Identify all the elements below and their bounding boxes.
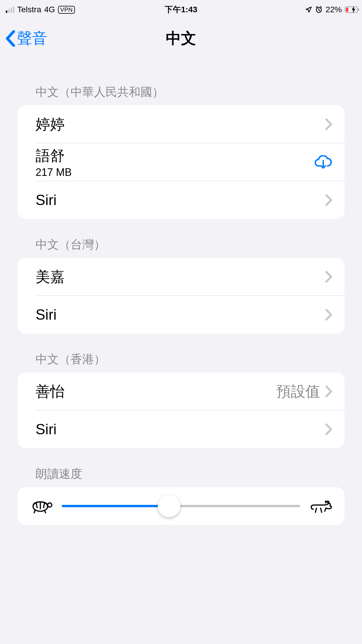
voice-row-yushu[interactable]: 語舒 217 MB (17, 143, 345, 181)
speed-slider[interactable] (62, 505, 300, 507)
tortoise-icon (30, 499, 53, 513)
clock: 下午1:43 (165, 4, 197, 15)
voice-group-prc: 婷婷 語舒 217 MB Siri (17, 105, 345, 219)
chevron-right-icon (325, 386, 332, 397)
vpn-badge: VPN (58, 6, 75, 14)
navigation-bar: 聲音 中文 (0, 19, 362, 58)
section-header-hk: 中文（香港） (17, 334, 345, 372)
battery-percent: 22% (326, 5, 342, 14)
chevron-right-icon (325, 424, 332, 435)
voice-name: Siri (36, 306, 57, 323)
voice-default-label: 預設值 (276, 382, 320, 401)
voice-row-meijia[interactable]: 美嘉 (17, 258, 345, 296)
voice-name: 語舒 (36, 146, 72, 166)
chevron-right-icon (325, 309, 332, 321)
voice-name: Siri (36, 421, 57, 438)
battery-icon (345, 6, 356, 13)
speed-group (17, 487, 345, 525)
page-title: 中文 (166, 28, 196, 49)
slider-thumb[interactable] (158, 495, 180, 517)
slider-fill (62, 505, 169, 507)
voice-group-taiwan: 美嘉 Siri (17, 258, 345, 334)
status-right: 22% (305, 5, 356, 14)
section-header-taiwan: 中文（台灣） (17, 219, 345, 258)
voice-row-siri-hk[interactable]: Siri (17, 410, 345, 448)
network-label: 4G (44, 5, 55, 14)
content: 中文（中華人民共和國） 婷婷 語舒 217 MB Siri 中文（台灣） (0, 58, 362, 525)
chevron-left-icon (5, 30, 16, 47)
voice-row-siri-prc[interactable]: Siri (17, 181, 345, 219)
back-button[interactable]: 聲音 (0, 28, 47, 49)
alarm-icon (315, 6, 323, 13)
voice-name: 善怡 (36, 382, 65, 401)
voice-name: Siri (36, 192, 57, 209)
chevron-right-icon (325, 271, 332, 283)
voice-row-siri-taiwan[interactable]: Siri (17, 296, 345, 334)
voice-name: 婷婷 (36, 115, 65, 134)
hare-icon (309, 499, 332, 513)
voice-name: 美嘉 (36, 267, 65, 287)
signal-strength-icon (6, 6, 14, 13)
voice-row-shanyi[interactable]: 善怡 預設值 (17, 372, 345, 410)
svg-point-2 (48, 503, 52, 507)
voice-group-hk: 善怡 預設值 Siri (17, 372, 345, 448)
section-header-speed: 朗讀速度 (17, 448, 345, 487)
status-bar: Telstra 4G VPN 下午1:43 22% (0, 0, 362, 19)
chevron-right-icon (325, 194, 332, 206)
voice-size: 217 MB (36, 166, 72, 178)
cloud-download-icon[interactable] (314, 155, 332, 169)
section-header-prc: 中文（中華人民共和國） (17, 58, 345, 105)
speed-slider-row (17, 487, 345, 525)
carrier-label: Telstra (17, 5, 41, 14)
voice-row-tingting[interactable]: 婷婷 (17, 105, 345, 143)
back-label: 聲音 (17, 28, 47, 49)
status-left: Telstra 4G VPN (6, 5, 75, 14)
chevron-right-icon (325, 118, 332, 130)
location-icon (305, 6, 312, 13)
